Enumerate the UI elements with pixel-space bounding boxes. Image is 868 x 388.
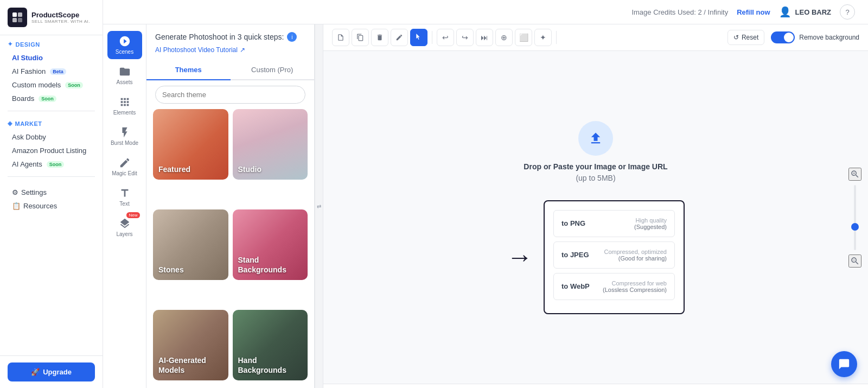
zoom-controls [848, 168, 861, 268]
tool-assets-label: Assets [116, 79, 132, 85]
settings-section: ⚙ Settings 📋 Resources [0, 180, 103, 215]
zoom-out-button[interactable] [848, 255, 861, 268]
theme-card-hand-backgrounds[interactable]: HandBackgrounds [233, 310, 308, 380]
upload-icon-circle [578, 121, 613, 156]
effects-button[interactable]: ✦ [534, 29, 552, 46]
logo-icon [8, 8, 27, 27]
toggle-knob [784, 33, 794, 42]
drop-text: Drop or Paste your Image or Image URL (u… [524, 161, 667, 184]
delete-button[interactable] [371, 29, 388, 46]
new-doc-button[interactable] [332, 29, 349, 46]
main-area: ↩ ↪ ⏭ ⊕ ⬜ ✦ ↺ Reset Remove background [323, 24, 868, 388]
export-option-jpeg[interactable]: to JPEG Compressed, optimized (Good for … [553, 241, 675, 269]
settings-icon: ⚙ [12, 188, 18, 196]
zoom-thumb[interactable] [851, 223, 859, 231]
export-label-jpeg: to JPEG [561, 251, 589, 259]
select-button[interactable] [410, 29, 427, 46]
tool-burst-mode[interactable]: Burst Mode [107, 122, 142, 150]
market-section: ◈ MARKET Ask Dobby Amazon Product Listin… [0, 115, 103, 173]
full-layout: Image Credits Used: 2 / Infinity Refill … [103, 0, 868, 388]
rocket-icon: 🚀 [31, 368, 40, 376]
remove-bg-toggle: Remove background [771, 31, 859, 43]
market-icon: ◈ [8, 120, 12, 127]
theme-card-stand-backgrounds[interactable]: StandBackgrounds [233, 209, 308, 280]
sidebar-divider-1 [8, 111, 95, 111]
drop-zone[interactable]: Drop or Paste your Image or Image URL (u… [524, 121, 667, 184]
badge-soon-agents: Soon [47, 161, 65, 168]
app-tagline: SELL SMARTER. WITH AI. [31, 19, 90, 24]
export-label-webp: to WebP [561, 282, 590, 290]
badge-beta: Beta [50, 68, 66, 75]
mp-header: Generate Photoshoot in 3 quick steps: i … [146, 24, 314, 60]
sidebar-item-ai-fashion[interactable]: AI Fashion Beta [8, 65, 95, 78]
theme-card-studio[interactable]: Studio [233, 109, 308, 180]
tool-text[interactable]: Text [107, 183, 142, 211]
user-icon: 👤 [779, 6, 791, 18]
sidebar-item-ai-studio[interactable]: AI Studio [8, 51, 95, 65]
tool-scenes[interactable]: Scenes [107, 31, 142, 59]
theme-label-ai-models: AI-GeneratedModels [158, 355, 206, 375]
export-desc-png: High quality (Suggested) [634, 217, 667, 230]
canvas-area[interactable]: Drop or Paste your Image or Image URL (u… [323, 51, 868, 384]
icon-toolbar: Scenes Assets Elements Burst Mode Magic … [103, 24, 146, 388]
theme-label-hand-backgrounds: HandBackgrounds [238, 355, 286, 375]
search-input[interactable] [155, 86, 305, 104]
tool-magic-edit[interactable]: Magic Edit [107, 152, 142, 181]
tool-burst-label: Burst Mode [111, 140, 138, 146]
info-icon[interactable]: i [287, 32, 297, 42]
zoom-track [854, 185, 856, 250]
toolbar-separator-1 [432, 31, 432, 44]
sidebar-item-ask-dobby[interactable]: Ask Dobby [8, 130, 95, 144]
tool-layers[interactable]: Layers New [107, 213, 142, 241]
theme-label-featured: Featured [158, 164, 190, 174]
tutorial-link[interactable]: AI Photoshoot Video Tutorial ↗ [155, 46, 305, 54]
toggle-control[interactable] [771, 31, 795, 43]
align-button[interactable]: ⊕ [495, 29, 513, 46]
user-area[interactable]: 👤 LEO BARZ [779, 6, 831, 18]
collapse-handle[interactable]: ⇄ [315, 24, 323, 388]
sidebar-item-resources[interactable]: 📋 Resources [8, 199, 95, 213]
redo-toolbar-button[interactable]: ↪ [456, 29, 474, 46]
generate-text: Generate Photoshoot in 3 quick steps: i [155, 32, 305, 42]
zoom-in-button[interactable] [848, 168, 861, 181]
tool-assets[interactable]: Assets [107, 61, 142, 90]
top-toolbar: ↩ ↪ ⏭ ⊕ ⬜ ✦ ↺ Reset Remove background [323, 24, 868, 51]
help-button[interactable]: ? [840, 4, 855, 20]
sidebar-item-settings[interactable]: ⚙ Settings [8, 186, 95, 199]
sidebar-item-boards[interactable]: Boards Soon [8, 92, 95, 105]
badge-new-layers: New [126, 212, 139, 218]
themes-grid: Featured Studio Stones StandBackgrounds … [146, 109, 314, 388]
refill-link[interactable]: Refill now [737, 8, 770, 16]
sidebar-item-amazon[interactable]: Amazon Product Listing [8, 144, 95, 157]
svg-rect-0 [12, 12, 17, 17]
upgrade-button[interactable]: 🚀 Upgrade [8, 362, 95, 381]
svg-rect-3 [18, 18, 22, 22]
logo-text-area: ProductScope SELL SMARTER. WITH AI. [31, 11, 90, 24]
tab-themes[interactable]: Themes [146, 60, 231, 80]
chat-button[interactable] [831, 351, 857, 377]
user-name: LEO BARZ [795, 8, 831, 16]
sidebar-item-ai-agents[interactable]: AI Agents Soon [8, 157, 95, 171]
external-link-icon: ↗ [240, 46, 245, 54]
export-desc-webp: Compressed for web (Lossless Compression… [603, 280, 667, 293]
reset-icon: ↺ [733, 34, 739, 41]
undo-toolbar-button[interactable]: ↩ [437, 29, 454, 46]
theme-card-ai-models[interactable]: AI-GeneratedModels [153, 310, 228, 380]
sidebar-item-custom-models[interactable]: Custom models Soon [8, 78, 95, 92]
export-option-webp[interactable]: to WebP Compressed for web (Lossless Com… [553, 273, 675, 300]
badge-soon-custom: Soon [65, 82, 83, 88]
tab-custom-pro[interactable]: Custom (Pro) [231, 60, 315, 80]
theme-card-stones[interactable]: Stones [153, 209, 228, 280]
copy-button[interactable] [352, 29, 369, 46]
sidebar-bottom: 🚀 Upgrade [0, 355, 103, 388]
theme-card-featured[interactable]: Featured [153, 109, 228, 180]
tool-magic-label: Magic Edit [112, 170, 137, 176]
edit-button[interactable] [391, 29, 408, 46]
crop-button[interactable]: ⬜ [515, 29, 532, 46]
toolbar-separator-2 [556, 31, 557, 44]
tool-elements[interactable]: Elements [107, 92, 142, 120]
arrow-icon: → [507, 244, 533, 270]
skip-button[interactable]: ⏭ [476, 29, 493, 46]
export-option-png[interactable]: to PNG High quality (Suggested) [553, 210, 675, 237]
reset-button[interactable]: ↺ Reset [727, 30, 764, 45]
